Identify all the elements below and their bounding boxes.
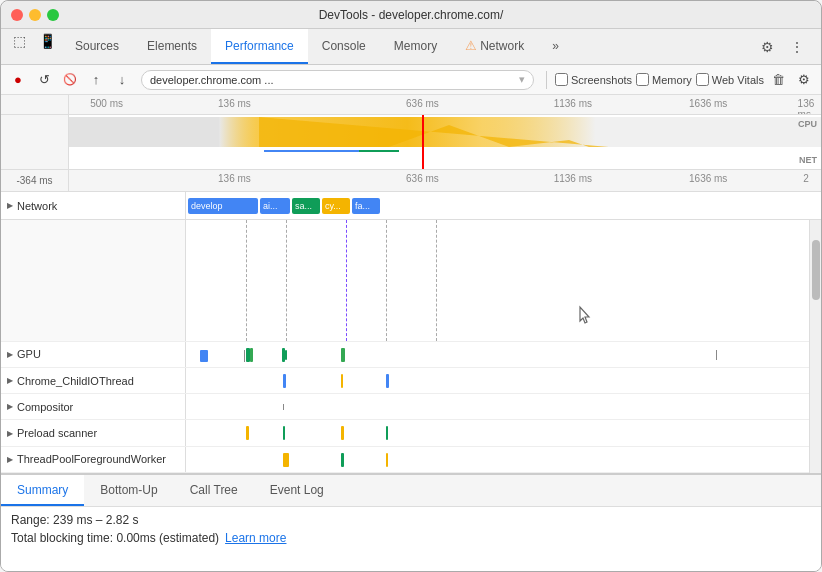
tp-bar-1 xyxy=(283,453,289,467)
bottom-tab-calltree[interactable]: Call Tree xyxy=(174,475,254,506)
clear-button[interactable]: 🚫 xyxy=(59,69,81,91)
webvitals-checkbox[interactable] xyxy=(696,73,709,86)
time-marker-4: 1136 ms xyxy=(554,98,592,109)
chart-gutter xyxy=(1,115,69,169)
learn-more-link[interactable]: Learn more xyxy=(225,531,286,545)
gpu-label-area[interactable]: ▶ GPU xyxy=(1,342,186,367)
bottom-tab-eventlog[interactable]: Event Log xyxy=(254,475,340,506)
childio-bar-2 xyxy=(341,374,343,388)
preload-bar-4 xyxy=(386,426,388,440)
memory-checkbox[interactable] xyxy=(636,73,649,86)
tab-elements[interactable]: Elements xyxy=(133,29,211,64)
screenshots-checkbox-label[interactable]: Screenshots xyxy=(555,73,632,86)
close-button[interactable] xyxy=(11,9,23,21)
tp-bar-2 xyxy=(341,453,344,467)
tab-sources[interactable]: Sources xyxy=(61,29,133,64)
thread-row-threadpool: ▶ ThreadPoolForegroundWorker xyxy=(1,447,821,473)
flame-canvas-empty[interactable] xyxy=(186,220,821,341)
network-expand-icon[interactable]: ▶ xyxy=(7,201,13,210)
chart-area[interactable]: CPU NET xyxy=(1,115,821,170)
childio-content xyxy=(186,368,821,393)
screenshots-checkbox[interactable] xyxy=(555,73,568,86)
network-warning-icon: ⚠ xyxy=(465,38,477,53)
preload-bar-3 xyxy=(341,426,344,440)
scrollbar-track[interactable] xyxy=(809,220,821,473)
bottom-tab-summary[interactable]: Summary xyxy=(1,475,84,506)
gpu-tick-1 xyxy=(244,350,245,362)
gpu-expand-icon[interactable]: ▶ xyxy=(7,350,13,359)
time-row-gutter: -364 ms xyxy=(1,170,69,191)
bottom-content: Range: 239 ms – 2.82 s Total blocking ti… xyxy=(1,507,821,572)
toolbar-settings-icon[interactable]: ⚙ xyxy=(793,69,815,91)
tab-performance[interactable]: Performance xyxy=(211,29,308,64)
main-area: 500 ms 136 ms 636 ms 1136 ms 1636 ms 136… xyxy=(1,95,821,473)
inspect-icon[interactable]: ⬚ xyxy=(5,29,33,53)
time-gutter xyxy=(1,95,69,114)
range-text: Range: 239 ms – 2.82 s xyxy=(11,513,811,527)
threadpool-label-area[interactable]: ▶ ThreadPoolForegroundWorker xyxy=(1,447,186,472)
device-icon[interactable]: 📱 xyxy=(33,29,61,53)
net-item-2: sa... xyxy=(292,198,320,214)
dashed-line-2 xyxy=(286,220,287,341)
network-row: ▶ Network develop ai... sa... cy... fa..… xyxy=(1,192,821,220)
cpu-chart xyxy=(69,115,821,152)
window-controls xyxy=(11,9,59,21)
settings-icon[interactable]: ⚙ xyxy=(755,35,779,59)
tab-memory[interactable]: Memory xyxy=(380,29,451,64)
gpu-content xyxy=(186,342,821,367)
time-marker-5: 1636 ms xyxy=(689,98,727,109)
thread-row-preload: ▶ Preload scanner xyxy=(1,420,821,446)
time-row-marker-5: 2 xyxy=(803,173,809,184)
network-label-area[interactable]: ▶ Network xyxy=(1,192,186,219)
net-item-1: ai... xyxy=(260,198,290,214)
more-options-icon[interactable]: ⋮ xyxy=(785,35,809,59)
blocking-text: Total blocking time: 0.00ms (estimated) … xyxy=(11,531,811,545)
net-item-3: cy... xyxy=(322,198,350,214)
empty-flame-row xyxy=(1,220,821,342)
cpu-label: CPU xyxy=(798,119,817,129)
url-dropdown-icon[interactable]: ▾ xyxy=(519,73,525,86)
childio-expand-icon[interactable]: ▶ xyxy=(7,376,13,385)
upload-button[interactable]: ↑ xyxy=(85,69,107,91)
preload-expand-icon[interactable]: ▶ xyxy=(7,429,13,438)
reload-button[interactable]: ↺ xyxy=(33,69,55,91)
compositor-expand-icon[interactable]: ▶ xyxy=(7,402,13,411)
scrollbar-thumb[interactable] xyxy=(812,240,820,300)
trash-icon[interactable]: 🗑 xyxy=(768,72,789,87)
net-item-0: develop xyxy=(188,198,258,214)
time-row-marker-1: 136 ms xyxy=(218,173,251,184)
minimize-button[interactable] xyxy=(29,9,41,21)
tab-network[interactable]: ⚠ Network xyxy=(451,29,538,64)
record-button[interactable]: ● xyxy=(7,69,29,91)
red-timeline-marker xyxy=(422,115,424,169)
flame-gutter-empty xyxy=(1,220,186,341)
devtools-tabbar: ⬚ 📱 Sources Elements Performance Console… xyxy=(1,29,821,65)
bottom-tab-bottomup[interactable]: Bottom-Up xyxy=(84,475,173,506)
memory-checkbox-label[interactable]: Memory xyxy=(636,73,692,86)
webvitals-checkbox-label[interactable]: Web Vitals xyxy=(696,73,764,86)
gpu-bar-1 xyxy=(200,350,208,362)
preload-bar-2 xyxy=(283,426,285,440)
childio-label-area[interactable]: ▶ Chrome_ChildIOThread xyxy=(1,368,186,393)
tab-console[interactable]: Console xyxy=(308,29,380,64)
gpu-bar-3 xyxy=(250,348,253,362)
toolbar: ● ↺ 🚫 ↑ ↓ developer.chrome.com ... ▾ Scr… xyxy=(1,65,821,95)
network-items: develop ai... sa... cy... fa... xyxy=(186,192,821,219)
tab-more[interactable]: » xyxy=(538,29,573,64)
preload-label: Preload scanner xyxy=(17,427,97,439)
thread-row-childio: ▶ Chrome_ChildIOThread xyxy=(1,368,821,394)
cursor-svg xyxy=(576,305,594,327)
svg-rect-4 xyxy=(359,150,399,152)
compositor-label-area[interactable]: ▶ Compositor xyxy=(1,394,186,419)
tab-icons: ⚙ ⋮ xyxy=(747,29,817,64)
window-title: DevTools - developer.chrome.com/ xyxy=(319,8,504,22)
childio-bar-1 xyxy=(283,374,286,388)
chart-canvas[interactable]: CPU NET xyxy=(69,115,821,169)
download-button[interactable]: ↓ xyxy=(111,69,133,91)
maximize-button[interactable] xyxy=(47,9,59,21)
threadpool-expand-icon[interactable]: ▶ xyxy=(7,455,13,464)
preload-label-area[interactable]: ▶ Preload scanner xyxy=(1,420,186,445)
net-item-4: fa... xyxy=(352,198,380,214)
tab-group: ⬚ 📱 Sources Elements Performance Console… xyxy=(5,29,573,64)
timeline-header: 500 ms 136 ms 636 ms 1136 ms 1636 ms 136… xyxy=(1,95,821,115)
